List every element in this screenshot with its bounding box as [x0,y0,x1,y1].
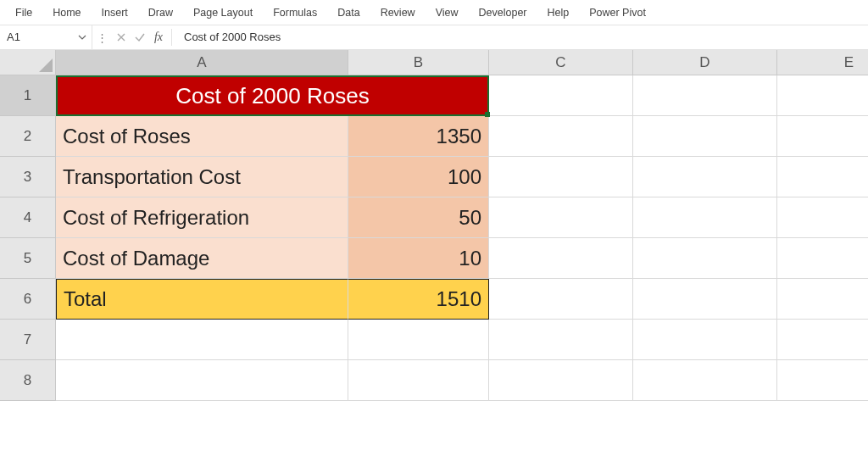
cell-B4[interactable]: 50 [348,197,489,238]
ribbon-tabs: File Home Insert Draw Page Layout Formul… [0,0,868,25]
row-header-5[interactable]: 5 [0,238,56,279]
row-header-1[interactable]: 1 [0,75,56,116]
cell-A1-title[interactable]: Cost of 2000 Roses [56,75,489,116]
divider [171,29,172,46]
cell-B6-total-value[interactable]: 1510 [348,279,489,320]
cell-D3[interactable] [633,157,777,197]
cell-E8[interactable] [777,360,868,401]
formula-input[interactable]: Cost of 2000 Roses [175,25,868,49]
cell-E7[interactable] [777,320,868,360]
cell-C5[interactable] [489,238,633,279]
tab-insert[interactable]: Insert [92,2,138,24]
tab-power-pivot[interactable]: Power Pivot [579,2,656,24]
cell-A8[interactable] [56,360,348,401]
cell-C3[interactable] [489,157,633,197]
row-header-8[interactable]: 8 [0,360,56,401]
cell-D6[interactable] [633,279,777,320]
cell-B2[interactable]: 1350 [348,116,489,157]
cell-E3[interactable] [777,157,868,197]
cell-A7[interactable] [56,320,348,360]
cell-C1[interactable] [489,75,633,116]
cell-D5[interactable] [633,238,777,279]
formula-bar: A1 ⋮ fx Cost of 2000 Roses [0,25,868,50]
col-header-D[interactable]: D [633,50,777,75]
col-header-E[interactable]: E [777,50,868,75]
cell-B5[interactable]: 10 [348,238,489,279]
row-header-3[interactable]: 3 [0,157,56,197]
cell-D7[interactable] [633,320,777,360]
row-header-2[interactable]: 2 [0,116,56,157]
cell-E4[interactable] [777,197,868,238]
vertical-dots-icon[interactable]: ⋮ [92,31,112,44]
tab-formulas[interactable]: Formulas [263,2,327,24]
cell-D8[interactable] [633,360,777,401]
cell-B7[interactable] [348,320,489,360]
cell-A6-total-label[interactable]: Total [56,279,348,320]
check-icon[interactable] [131,28,149,47]
tab-draw[interactable]: Draw [138,2,183,24]
col-header-C[interactable]: C [489,50,633,75]
cell-D1[interactable] [633,75,777,116]
cell-B8[interactable] [348,360,489,401]
tab-help[interactable]: Help [537,2,580,24]
cell-C6[interactable] [489,279,633,320]
row-header-7[interactable]: 7 [0,320,56,360]
cell-C8[interactable] [489,360,633,401]
tab-file[interactable]: File [5,2,42,24]
col-header-A[interactable]: A [56,50,348,75]
select-all-corner[interactable] [0,50,56,75]
cell-A3[interactable]: Transportation Cost [56,157,348,197]
tab-view[interactable]: View [426,2,469,24]
cancel-icon[interactable] [112,28,131,47]
name-box[interactable]: A1 [0,25,73,49]
cell-B3[interactable]: 100 [348,157,489,197]
chevron-down-icon[interactable] [73,25,92,49]
cell-C4[interactable] [489,197,633,238]
name-box-container: A1 [0,25,92,49]
cell-D2[interactable] [633,116,777,157]
cell-D4[interactable] [633,197,777,238]
cell-A5[interactable]: Cost of Damage [56,238,348,279]
cell-C7[interactable] [489,320,633,360]
tab-review[interactable]: Review [370,2,426,24]
spreadsheet-grid: A B C D E 1 Cost of 2000 Roses 2 Cost of… [0,50,868,401]
cell-E6[interactable] [777,279,868,320]
tab-developer[interactable]: Developer [469,2,537,24]
cell-A4[interactable]: Cost of Refrigeration [56,197,348,238]
col-header-B[interactable]: B [348,50,489,75]
cell-E5[interactable] [777,238,868,279]
cell-C2[interactable] [489,116,633,157]
cell-A2[interactable]: Cost of Roses [56,116,348,157]
tab-page-layout[interactable]: Page Layout [183,2,263,24]
tab-data[interactable]: Data [327,2,370,24]
cell-E2[interactable] [777,116,868,157]
cell-E1[interactable] [777,75,868,116]
fx-icon[interactable]: fx [149,28,168,47]
tab-home[interactable]: Home [42,2,91,24]
row-header-4[interactable]: 4 [0,197,56,238]
row-header-6[interactable]: 6 [0,279,56,320]
